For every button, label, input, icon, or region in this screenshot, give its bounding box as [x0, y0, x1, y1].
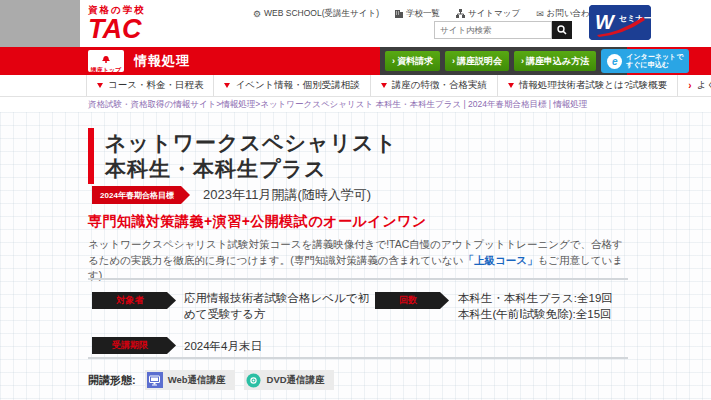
button-label: 資料請求	[397, 55, 433, 68]
page-left-margin	[0, 0, 80, 47]
dvd-disc-icon	[246, 372, 262, 388]
apply-line1: インターネットで	[626, 53, 683, 62]
chevron-right-icon: ›	[392, 56, 395, 66]
course-top-label: 講座トップ	[91, 67, 121, 74]
search-input[interactable]	[434, 21, 552, 39]
application-method-button[interactable]: › 講座申込み方法	[514, 51, 596, 71]
apply-line2: すぐに申込む	[626, 61, 669, 70]
svg-text:セミナー: セミナー	[619, 14, 651, 23]
format-tag-label: DVD通信講座	[267, 374, 325, 387]
apply-button-text: インターネットで すぐに申込む	[626, 53, 683, 70]
tac-logo[interactable]: 資格の学校 TAC	[88, 4, 146, 42]
subnav-label: 講座の特徴・合格実績	[392, 79, 487, 92]
button-label: 講座申込み方法	[526, 55, 589, 68]
chevron-right-icon: ›	[688, 81, 691, 91]
session-count-badge: 回数	[375, 292, 449, 309]
chevron-down-icon	[224, 83, 230, 88]
format-tag-label: Web通信講座	[168, 374, 226, 387]
subnav-label: 情報処理技術者試験とは?試験概要	[519, 79, 667, 92]
subnav-exam-overview[interactable]: 情報処理技術者試験とは?試験概要	[497, 75, 677, 96]
mail-icon: ✉	[536, 10, 544, 19]
enrollment-deadline-value: 2024年4月末日	[184, 338, 262, 354]
logo-text: TAC	[88, 17, 146, 42]
course-headline: 専門知識対策講義+演習+公開模試のオールインワン	[88, 213, 427, 231]
gear-icon: ⚙	[253, 10, 261, 19]
course-start-date: 2023年11月開講(随時入学可)	[203, 186, 371, 204]
search-button[interactable]	[552, 21, 572, 39]
tac-course-page: 資格の学校 TAC ⚙ WEB SCHOOL(受講生サイト) 学校一覧 サイトマ…	[0, 0, 711, 400]
count-line1: 本科生・本科生プラス:全19回	[458, 292, 613, 304]
course-action-bar: › 資料請求 › 講座説明会 › 講座申込み方法 e インターネットで すぐに申…	[380, 47, 627, 75]
subnav-events[interactable]: イベント情報・個別受講相談	[213, 75, 369, 96]
page-title: ネットワークスペシャリスト 本科生・本科生プラス	[88, 128, 397, 184]
chevron-down-icon	[508, 83, 514, 88]
target-audience-badge: 対象者	[92, 292, 176, 309]
breadcrumb-bar: 資格試験・資格取得の情報サイト>情報処理>ネットワークスペシャリスト 本科生・本…	[0, 98, 711, 112]
session-count-value: 本科生・本科生プラス:全19回 本科生(午前Ⅰ試験免除):全15回	[458, 290, 613, 322]
subnav-label: よくあるご質問	[697, 79, 711, 92]
e-apply-icon: e	[607, 54, 622, 69]
apply-online-button[interactable]: e インターネットで すぐに申込む	[601, 49, 689, 73]
button-label: 講座説明会	[457, 55, 502, 68]
format-dvd-tsushin: DVD通信講座	[244, 370, 334, 390]
building-icon	[395, 9, 403, 20]
exam-target-badge: 2024年春期合格目標	[92, 186, 190, 204]
goal-row: 2024年春期合格目標 2023年11月開講(随時入学可)	[92, 186, 371, 204]
link-school-list[interactable]: 学校一覧	[395, 8, 440, 20]
enrollment-deadline-badge: 受講期限	[92, 337, 176, 354]
main-content: ネットワークスペシャリスト 本科生・本科生プラス 2024年春期合格目標 202…	[0, 112, 711, 400]
course-category-title: 情報処理	[134, 47, 190, 75]
web-course-monitor-icon	[147, 372, 163, 388]
sitemap-icon	[456, 9, 465, 20]
chevron-right-icon: ›	[452, 56, 455, 66]
header-utility-links: ⚙ WEB SCHOOL(受講生サイト) 学校一覧 サイトマップ ✉ お問い合わ…	[253, 8, 616, 20]
target-audience-value: 応用情報技術者試験合格レベルで初めて受験する方	[184, 290, 376, 322]
page-title-line2: 本科生・本科生プラス	[105, 157, 326, 180]
divider	[88, 278, 628, 280]
breadcrumb[interactable]: 資格試験・資格取得の情報サイト>情報処理>ネットワークスペシャリスト 本科生・本…	[88, 99, 587, 111]
chevron-down-icon	[381, 83, 387, 88]
count-line2: 本科生(午前Ⅰ試験免除):全15回	[458, 308, 612, 320]
divider	[88, 357, 628, 359]
course-top-button[interactable]: 講座トップ	[88, 50, 124, 72]
chevron-down-icon	[97, 83, 103, 88]
subnav-label: コース・料金・日程表	[108, 79, 203, 92]
link-web-school[interactable]: ⚙ WEB SCHOOL(受講生サイト)	[253, 8, 379, 20]
search-icon	[557, 23, 567, 38]
course-sub-nav: コース・料金・日程表 イベント情報・個別受講相談 講座の特徴・合格実績 情報処理…	[0, 75, 711, 97]
course-nav-bar: 講座トップ 情報処理 › 資料請求 › 講座説明会 › 講座申込み方法 e イン…	[0, 47, 711, 75]
link-label: 学校一覧	[406, 8, 440, 20]
site-header: 資格の学校 TAC ⚙ WEB SCHOOL(受講生サイト) 学校一覧 サイトマ…	[80, 0, 711, 47]
bell-icon	[102, 49, 110, 67]
request-materials-button[interactable]: › 資料請求	[385, 51, 440, 71]
page-title-line1: ネットワークスペシャリスト	[105, 131, 397, 154]
w-seminar-logo[interactable]: W セミナー	[589, 5, 651, 40]
link-sitemap[interactable]: サイトマップ	[456, 8, 520, 20]
course-description: ネットワークスペシャリスト試験対策コースを講義映像付きで!TAC自慢のアウトプッ…	[88, 237, 630, 284]
subnav-courses-fees[interactable]: コース・料金・日程表	[86, 75, 213, 96]
course-briefing-button[interactable]: › 講座説明会	[445, 51, 509, 71]
svg-text:W: W	[595, 11, 616, 33]
subnav-features[interactable]: 講座の特徴・合格実績	[370, 75, 497, 96]
link-label: サイトマップ	[468, 8, 520, 20]
link-label: WEB SCHOOL(受講生サイト)	[264, 8, 379, 20]
subnav-faq[interactable]: › よくあるご質問	[677, 75, 711, 96]
subnav-label: イベント情報・個別受講相談	[235, 79, 359, 92]
upper-course-link[interactable]: 「上級コース」	[463, 254, 537, 266]
format-label: 開講形態:	[88, 373, 136, 388]
format-web-tsushin: Web通信講座	[145, 370, 235, 390]
chevron-right-icon: ›	[521, 56, 524, 66]
site-search	[434, 21, 572, 39]
format-row: 開講形態: Web通信講座 DVD通信講座	[88, 370, 334, 390]
